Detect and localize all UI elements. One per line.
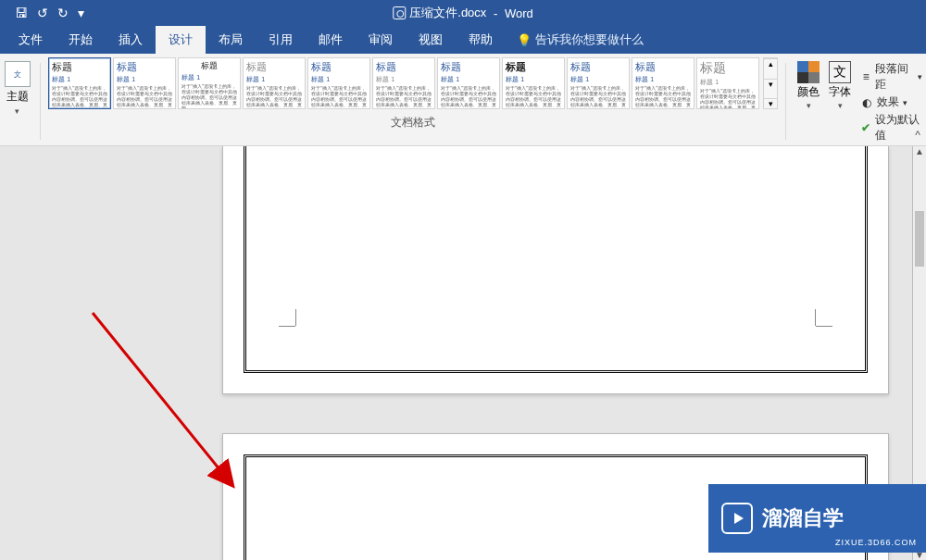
scrollbar-thumb[interactable] (915, 211, 924, 267)
effects-icon: ◐ (860, 96, 873, 109)
document-area: ↵ 半窗疏影，一梦千年，琴歌萧萧笛声怜。半窗疏影，一梦千年，琴歌萧萧笛声怜。半窗… (0, 146, 926, 560)
redo-icon[interactable]: ↻ (57, 6, 69, 20)
formatting-options-list: ≡ 段落间距 ▾ ◐ 效果 ▾ ✔ 设为默认值 (860, 61, 922, 143)
effects-label: 效果 (877, 94, 899, 110)
style-card-subheading: 标题 1 (117, 75, 172, 84)
style-card-subheading: 标题 1 (181, 73, 237, 82)
style-card-heading: 标题 (246, 60, 302, 74)
style-card-heading: 标题 (570, 60, 626, 74)
undo-icon[interactable]: ↺ (37, 6, 48, 20)
style-card[interactable]: 标题 标题 1 对于"插入"选项卡上的库，在设计时需要与文档中其他内容相协调。您… (437, 57, 500, 109)
page-1[interactable] (222, 146, 889, 394)
tab-mailings[interactable]: 邮件 (306, 26, 356, 54)
tutorial-watermark: 溜溜自学 ZIXUE.3D66.COM (708, 484, 926, 553)
style-card-body: 对于"插入"选项卡上的库，在设计时需要与文档中其他内容相协调。您可以使用这些库来… (441, 85, 496, 109)
style-card-heading: 标题 (52, 60, 107, 74)
collapse-ribbon-icon[interactable]: ^ (915, 129, 920, 142)
style-card-body: 对于"插入"选项卡上的库，在设计时需要与文档中其他内容相协调。您可以使用这些库来… (506, 85, 561, 109)
play-icon (721, 503, 753, 534)
themes-button[interactable]: 文 主题 ▾ (2, 57, 32, 116)
fonts-icon: 文 (829, 61, 851, 83)
style-card-subheading: 标题 1 (700, 78, 756, 87)
quick-access-toolbar: 🖫 ↺ ↻ ▾ (0, 6, 84, 20)
margin-marker (816, 326, 832, 342)
style-card-heading: 标题 (311, 60, 367, 74)
watermark-url: ZIXUE.3D66.COM (835, 538, 917, 547)
style-card[interactable]: 标题 标题 1 对于"插入"选项卡上的库，在设计时需要与文档中其他内容相协调。您… (178, 57, 241, 109)
style-card-body: 对于"插入"选项卡上的库，在设计时需要与文档中其他内容相协调。您可以使用这些库来… (570, 85, 626, 109)
check-circle-icon: ✔ (860, 121, 871, 134)
tab-file[interactable]: 文件 (6, 26, 56, 54)
style-card-body: 对于"插入"选项卡上的库，在设计时需要与文档中其他内容相协调。您可以使用这些库来… (117, 85, 172, 109)
group-separator (785, 63, 786, 140)
style-card-body: 对于"插入"选项卡上的库，在设计时需要与文档中其他内容相协调。您可以使用这些库来… (700, 88, 756, 109)
style-card-subheading: 标题 1 (311, 75, 367, 84)
style-card[interactable]: 标题 标题 1 对于"插入"选项卡上的库，在设计时需要与文档中其他内容相协调。您… (372, 57, 435, 109)
paragraph-spacing-icon: ≡ (860, 70, 871, 83)
style-card[interactable]: 标题 标题 1 对于"插入"选项卡上的库，在设计时需要与文档中其他内容相协调。您… (696, 57, 759, 109)
qat-customize-icon[interactable]: ▾ (78, 6, 84, 20)
ribbon-tabs: 文件 开始 插入 设计 布局 引用 邮件 审阅 视图 帮助 💡 告诉我你想要做什… (0, 26, 926, 54)
document-disk-icon (393, 6, 406, 19)
chevron-down-icon: ▾ (838, 101, 843, 110)
style-card-subheading: 标题 1 (441, 75, 496, 84)
style-card-subheading: 标题 1 (570, 75, 626, 84)
style-card-heading: 标题 (635, 60, 691, 74)
colors-label: 颜色 (797, 84, 820, 100)
style-card-body: 对于"插入"选项卡上的库，在设计时需要与文档中其他内容相协调。您可以使用这些库来… (376, 85, 432, 109)
svg-line-1 (93, 313, 232, 484)
style-card[interactable]: 标题 标题 1 对于"插入"选项卡上的库，在设计时需要与文档中其他内容相协调。您… (48, 57, 111, 109)
document-formatting-label: 文档格式 (48, 115, 778, 131)
style-card-subheading: 标题 1 (635, 75, 691, 84)
style-card-heading: 标题 (700, 60, 756, 77)
chevron-down-icon: ▾ (918, 72, 922, 81)
style-card[interactable]: 标题 标题 1 对于"插入"选项卡上的库，在设计时需要与文档中其他内容相协调。您… (502, 57, 565, 109)
group-separator (40, 63, 41, 140)
style-card-heading: 标题 (506, 60, 561, 74)
style-card-subheading: 标题 1 (376, 75, 432, 84)
document-filename: 压缩文件.docx (409, 5, 486, 21)
paragraph-spacing-label: 段落间距 (875, 61, 914, 93)
tab-help[interactable]: 帮助 (456, 26, 506, 54)
fonts-button[interactable]: 文 字体 ▾ (829, 61, 851, 110)
document-formatting-group: 标题 标题 1 对于"插入"选项卡上的库，在设计时需要与文档中其他内容相协调。您… (48, 57, 778, 131)
chevron-down-icon: ▾ (903, 98, 907, 107)
margin-marker (279, 326, 295, 342)
colors-icon (797, 61, 820, 83)
tab-insert[interactable]: 插入 (106, 26, 156, 54)
tab-layout[interactable]: 布局 (206, 26, 256, 54)
tab-home[interactable]: 开始 (56, 26, 106, 54)
style-card[interactable]: 标题 标题 1 对于"插入"选项卡上的库，在设计时需要与文档中其他内容相协调。您… (307, 57, 370, 109)
tab-references[interactable]: 引用 (256, 26, 306, 54)
style-card-subheading: 标题 1 (246, 75, 302, 84)
paragraph-spacing-button[interactable]: ≡ 段落间距 ▾ (860, 61, 922, 93)
ribbon-right-group: 颜色 ▾ 文 字体 ▾ ≡ 段落间距 ▾ ◐ 效果 ▾ (794, 57, 926, 143)
themes-icon: 文 (5, 61, 31, 87)
gallery-up-icon: ▴ (764, 58, 777, 68)
style-card[interactable]: 标题 标题 1 对于"插入"选项卡上的库，在设计时需要与文档中其他内容相协调。您… (243, 57, 306, 109)
gallery-expand[interactable]: ▴ ▾ ▾ (763, 57, 778, 109)
style-card[interactable]: 标题 标题 1 对于"插入"选项卡上的库，在设计时需要与文档中其他内容相协调。您… (632, 57, 694, 109)
tab-design[interactable]: 设计 (156, 26, 206, 54)
fonts-label: 字体 (829, 84, 851, 100)
style-card-body: 对于"插入"选项卡上的库，在设计时需要与文档中其他内容相协调。您可以使用这些库来… (246, 85, 302, 109)
title-bar: 🖫 ↺ ↻ ▾ 压缩文件.docx - Word (0, 0, 926, 26)
style-card[interactable]: 标题 标题 1 对于"插入"选项卡上的库，在设计时需要与文档中其他内容相协调。您… (113, 57, 176, 109)
style-card-body: 对于"插入"选项卡上的库，在设计时需要与文档中其他内容相协调。您可以使用这些库来… (52, 85, 107, 109)
app-name: Word (505, 6, 533, 20)
style-card-subheading: 标题 1 (52, 75, 107, 84)
effects-button[interactable]: ◐ 效果 ▾ (860, 94, 922, 110)
colors-button[interactable]: 颜色 ▾ (797, 61, 820, 110)
tab-review[interactable]: 审阅 (356, 26, 406, 54)
style-card[interactable]: 标题 标题 1 对于"插入"选项卡上的库，在设计时需要与文档中其他内容相协调。您… (567, 57, 630, 109)
tell-me-search[interactable]: 💡 告诉我你想要做什么 (506, 26, 644, 54)
style-card-heading: 标题 (376, 60, 432, 74)
chevron-down-icon: ▾ (807, 101, 811, 110)
tell-me-placeholder: 告诉我你想要做什么 (535, 31, 644, 48)
set-as-default-button[interactable]: ✔ 设为默认值 (860, 112, 922, 143)
style-card-heading: 标题 (441, 60, 496, 74)
style-card-body: 对于"插入"选项卡上的库，在设计时需要与文档中其他内容相协调。您可以使用这些库来… (635, 85, 691, 109)
scroll-up-icon[interactable]: ▲ (913, 146, 926, 156)
tab-view[interactable]: 视图 (406, 26, 456, 54)
save-icon[interactable]: 🖫 (15, 6, 28, 20)
